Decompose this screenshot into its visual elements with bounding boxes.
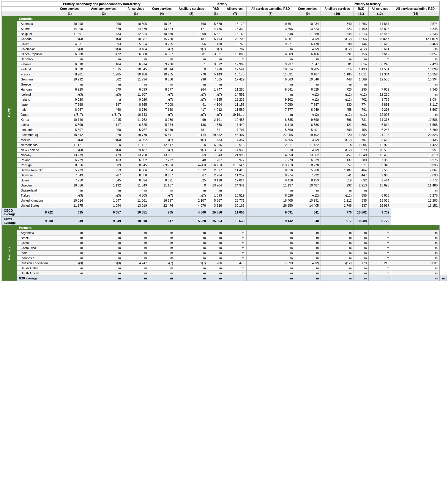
cell-1-3: 13 424: [149, 26, 175, 31]
cell-13-12: 7 345: [391, 87, 440, 92]
cell-22-2: 19 770: [123, 132, 149, 137]
avg-cell-1-7: 10 635: [224, 217, 246, 225]
cell-2-7: 11 848: [246, 31, 295, 37]
cell-19-2: 11 762: [123, 117, 149, 122]
avg-cell-1-3: 10 018: [123, 217, 149, 225]
cell-22-12: 20 323: [391, 132, 440, 137]
cell-5-1: x(3): [85, 47, 123, 52]
cell-20-12: 6 508: [391, 122, 440, 127]
cell-22-7: 27 955: [246, 132, 295, 137]
cell-36-3: 22 474: [149, 203, 175, 208]
cell-36-2: 13 019: [123, 203, 149, 208]
cell-29-9: 1 107: [321, 168, 354, 173]
cell-16-8: 7 787: [295, 102, 321, 107]
partner-cell-0-7: m: [246, 230, 295, 235]
cell-6-5: 3 621: [208, 52, 224, 57]
cell-13-9: 720: [321, 87, 354, 92]
cell-30-4: 367: [175, 173, 208, 178]
cell-30-12: 8 633: [391, 173, 440, 178]
avg-cell-0-4: 705: [149, 208, 175, 217]
cell-22-11: 21 705: [369, 132, 391, 137]
partner-cell-2-8: m: [295, 241, 321, 246]
cell-3-8: x(12): [295, 37, 321, 42]
partner-cell-3-5: m: [208, 246, 224, 251]
partner-cell-8-11: m: [369, 271, 391, 276]
cell-35-10: 835: [354, 198, 369, 203]
cell-7-9: m: [321, 57, 354, 62]
partner-cell-7-9: m: [321, 266, 354, 271]
partner-cell-1-11: m: [369, 235, 391, 241]
cell-28-9: 557: [321, 163, 354, 168]
avg-cell-0-2: 9 357: [85, 208, 123, 217]
cell-34-8: x(12): [295, 193, 321, 198]
cell-1-1: 679: [85, 26, 123, 31]
cell-18-4: x(7): [175, 112, 208, 117]
cell-36-12: 16 151: [391, 203, 440, 208]
partner-cell-0-9: m: [321, 230, 354, 235]
cell-4-2: 5 324: [123, 42, 149, 47]
cell-23-1: x(3): [85, 137, 123, 143]
cell-34-11: 5 633: [369, 193, 391, 198]
partner-cell-0-8: m: [295, 230, 321, 235]
partner-cell-1-1: m: [85, 235, 123, 241]
col-num-10: (10): [321, 11, 354, 16]
partner-cell-4-2: m: [123, 251, 149, 256]
cell-19-4: 99: [175, 117, 208, 122]
cell-1-6: 18 332: [224, 26, 246, 31]
avg-cell-1-2: 9 649: [85, 217, 123, 225]
partners-label: Partners: [1, 225, 17, 281]
cell-23-11: 3 632: [369, 137, 391, 143]
cell-24-4: a: [175, 143, 208, 148]
partner-cell-2-4: m: [175, 241, 208, 246]
partner-cell-3-4: m: [175, 246, 208, 251]
partner-cell-5-12: m: [391, 256, 440, 261]
cell-13-0: 6 229: [55, 87, 85, 92]
g20-cell-9: m: [354, 276, 369, 281]
cell-33-9: m: [321, 188, 354, 193]
partner-cell-7-5: m: [208, 266, 224, 271]
cell-35-5: 5 367: [208, 198, 224, 203]
cell-36-1: 1 044: [85, 203, 123, 208]
cell-32-10: 2 213: [354, 183, 369, 188]
partner-cell-5-9: m: [321, 256, 354, 261]
partner-cell-0-6: m: [224, 230, 246, 235]
cell-16-6: 11 153: [224, 102, 246, 107]
avg-name: EU23 average: [1, 217, 17, 225]
table-row: Germany10 99230211 2948 8669987 56517 42…: [1, 77, 447, 82]
country-name: United States: [17, 203, 55, 208]
cell-19-5: 2 101: [208, 117, 224, 122]
avg-cell-1-0: 9 000: [17, 217, 55, 225]
g20-cell-1: m: [123, 276, 149, 281]
main-table-container: Primary, secondary and post-secondary no…: [0, 0, 448, 282]
partner-cell-4-12: m: [391, 251, 440, 256]
cell-21-1: 260: [85, 127, 123, 132]
cell-13-11: 7 639: [369, 87, 391, 92]
table-row: Latvia6 5091176 6255 9741361 3387 4496 1…: [1, 122, 447, 127]
cell-25-3: x(7): [149, 148, 175, 153]
cell-8-10: 814: [354, 62, 369, 67]
partner-cell-2-2: m: [123, 241, 149, 246]
cell-23-6: 7 347: [224, 137, 246, 143]
partner-cell-7-11: m: [369, 266, 391, 271]
cell-21-5: 1 841: [208, 127, 224, 132]
table-row: United Kingdom10 0141 04711 06116 2972 1…: [1, 198, 447, 203]
cell-21-4: 781: [175, 127, 208, 132]
cell-2-1: 433: [85, 31, 123, 37]
cell-22-0: 18 542: [55, 132, 85, 137]
cell-12-6: m: [224, 82, 246, 87]
avg-cell-0-12: 9 732: [369, 208, 391, 217]
cell-19-11: 11 318: [369, 117, 391, 122]
table-row: Netherlands11 121a11 12112 517a6 99619 5…: [1, 143, 447, 148]
g20-name: G20 average: [17, 276, 85, 281]
cell-30-10: 447: [354, 173, 369, 178]
partner-cell-4-10: m: [354, 251, 369, 256]
table-row: Denmarkmmmmmmmmmmmmm: [1, 57, 447, 62]
partner-cell-0-3: m: [149, 230, 175, 235]
cell-26-11: 15 459: [369, 153, 391, 158]
cell-4-7: 9 271: [246, 42, 295, 47]
cell-1-12: 14 345: [391, 26, 440, 31]
partner-country-name: Indonesia²: [17, 256, 55, 261]
partner-cell-1-7: m: [246, 235, 295, 241]
cell-3-6: 23 700: [224, 37, 246, 42]
cell-2-3: 10 839: [149, 31, 175, 37]
